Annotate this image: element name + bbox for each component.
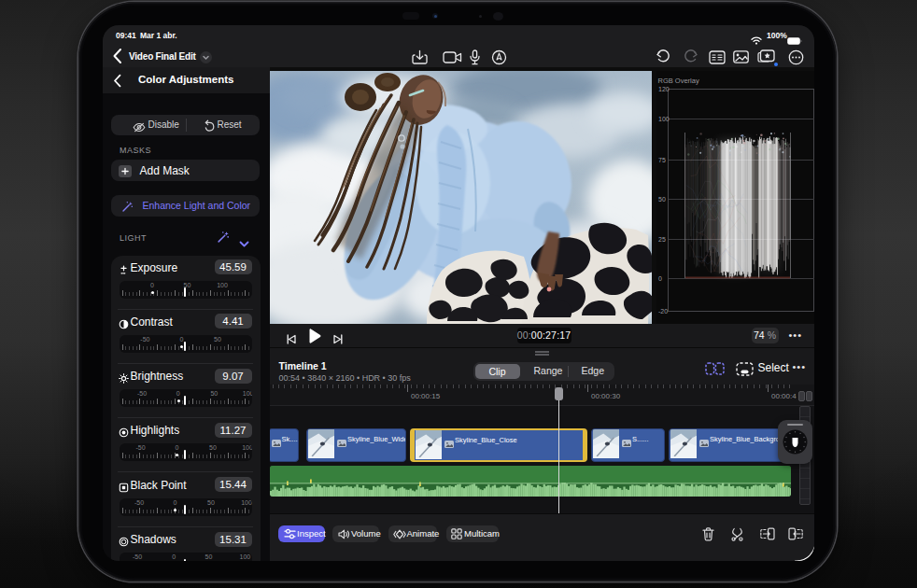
svg-text:100: 100 [658,116,670,122]
svg-text:120: 120 [658,86,670,92]
svg-text:-20: -20 [658,308,668,315]
svg-text:75: 75 [658,157,666,163]
svg-text:0: 0 [658,275,662,282]
svg-text:25: 25 [658,236,666,243]
svg-text:50: 50 [658,196,666,203]
